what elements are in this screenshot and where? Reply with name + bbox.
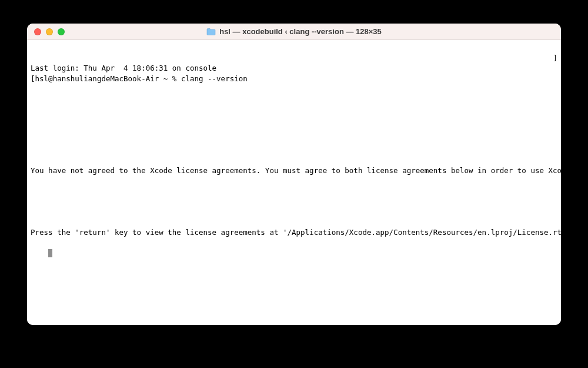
blank-line [31,197,557,207]
prompt-line: [hsl@hanshuliangdeMacBook-Air ~ % clang … [31,74,557,84]
window-titlebar[interactable]: hsl — xcodebuild ‹ clang --version — 128… [27,24,561,40]
terminal-cursor [48,249,52,257]
blank-line [31,104,557,114]
entered-command: clang --version [181,74,248,83]
terminal-window: hsl — xcodebuild ‹ clang --version — 128… [27,24,561,325]
folder-icon [206,28,216,36]
shell-prompt: hsl@hanshuliangdeMacBook-Air ~ % [35,74,181,83]
blank-line [31,135,557,145]
minimize-button[interactable] [46,28,53,35]
maximize-button[interactable] [58,28,65,35]
output-press-return: Press the 'return' key to view the licen… [31,227,557,238]
prompt-bracket-right: ] [553,53,557,64]
terminal-content[interactable]: Last login: Thu Apr 4 18:06:31 on consol… [27,40,561,325]
prompt-bracket: [ [31,74,35,83]
close-button[interactable] [34,28,41,35]
last-login-line: Last login: Thu Apr 4 18:06:31 on consol… [31,63,557,74]
output-license-warning: You have not agreed to the Xcode license… [31,165,557,176]
window-title: hsl — xcodebuild ‹ clang --version — 128… [219,27,382,36]
title-content: hsl — xcodebuild ‹ clang --version — 128… [27,27,561,36]
traffic-lights [27,28,65,35]
